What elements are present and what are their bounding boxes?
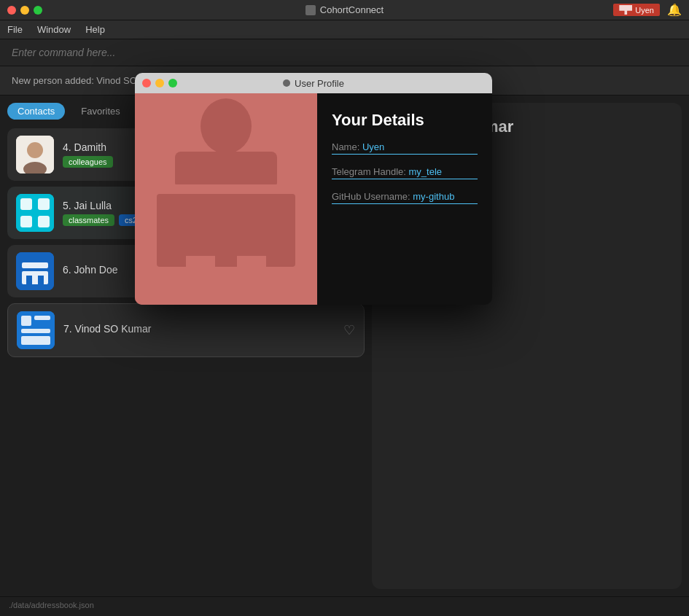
svg-rect-14 bbox=[21, 316, 31, 326]
window-title: CohortConnect bbox=[305, 4, 384, 15]
title-bar: CohortConnect Uyen 🔔 bbox=[0, 0, 689, 20]
modal-telegram-value: Telegram Handle: my_tele bbox=[332, 166, 478, 179]
menu-file[interactable]: File bbox=[7, 24, 23, 35]
svg-rect-20 bbox=[175, 152, 277, 184]
maximize-button[interactable] bbox=[34, 6, 42, 15]
modal-name-label: Name: bbox=[332, 141, 359, 152]
modal-title-bar: User Profile bbox=[135, 73, 492, 93]
svg-rect-15 bbox=[34, 316, 50, 320]
svg-rect-11 bbox=[26, 276, 32, 284]
svg-rect-17 bbox=[21, 336, 50, 345]
modal-details-area: Your Details Name: Uyen Telegram Handle:… bbox=[317, 93, 492, 305]
modal-window-controls[interactable] bbox=[142, 79, 177, 87]
user-badge[interactable]: Uyen bbox=[613, 4, 660, 16]
title-bar-right: Uyen 🔔 bbox=[613, 3, 682, 17]
close-button[interactable] bbox=[7, 6, 16, 15]
user-badge-icon bbox=[619, 5, 632, 15]
bottom-bar: ./data/addressbook.json bbox=[0, 596, 689, 612]
modal-name-val: Uyen bbox=[362, 141, 384, 152]
menu-help[interactable]: Help bbox=[85, 24, 105, 35]
modal-avatar-top bbox=[135, 93, 317, 188]
window-controls[interactable] bbox=[7, 6, 42, 15]
app-title-text: CohortConnect bbox=[320, 4, 384, 15]
svg-rect-16 bbox=[21, 329, 50, 333]
command-bar[interactable] bbox=[0, 39, 689, 66]
svg-point-1 bbox=[27, 142, 43, 158]
svg-rect-23 bbox=[186, 256, 215, 289]
modal-field-telegram: Telegram Handle: my_tele bbox=[332, 166, 478, 179]
modal-github-val: my-github bbox=[413, 191, 454, 202]
tab-contacts[interactable]: Contacts bbox=[7, 103, 65, 120]
svg-rect-9 bbox=[22, 262, 48, 268]
tab-favorites[interactable]: Favorites bbox=[71, 103, 130, 120]
menu-window[interactable]: Window bbox=[37, 24, 71, 35]
modal-title-icon bbox=[283, 79, 290, 87]
modal-image-area bbox=[135, 93, 317, 305]
minimize-button[interactable] bbox=[20, 6, 29, 15]
modal-telegram-val: my_tele bbox=[409, 166, 443, 177]
modal-close-button[interactable] bbox=[142, 79, 151, 87]
modal-body: Your Details Name: Uyen Telegram Handle:… bbox=[135, 93, 492, 305]
modal-avatar-bottom bbox=[135, 188, 317, 305]
tag-classmates: classmates bbox=[63, 214, 114, 226]
notification-bell-icon[interactable]: 🔔 bbox=[667, 3, 682, 17]
svg-rect-5 bbox=[38, 198, 50, 210]
svg-rect-12 bbox=[38, 276, 44, 284]
file-path: ./data/addressbook.json bbox=[9, 601, 94, 609]
command-input[interactable] bbox=[12, 39, 677, 66]
favorite-button-vinod[interactable]: ♡ bbox=[343, 322, 355, 338]
modal-title: User Profile bbox=[283, 78, 344, 89]
user-name: Uyen bbox=[635, 6, 654, 15]
svg-point-19 bbox=[201, 98, 252, 154]
modal-telegram-label: Telegram Handle: bbox=[332, 166, 406, 177]
modal-github-label: GitHub Username: bbox=[332, 191, 410, 202]
modal-heading: Your Details bbox=[332, 111, 478, 130]
user-profile-modal[interactable]: User Profile bbox=[135, 73, 492, 305]
modal-maximize-button[interactable] bbox=[168, 79, 177, 87]
modal-name-value: Name: Uyen bbox=[332, 141, 478, 155]
app-icon bbox=[305, 5, 316, 15]
modal-field-github: GitHub Username: my-github bbox=[332, 191, 478, 204]
modal-minimize-button[interactable] bbox=[155, 79, 164, 87]
tag-colleagues: colleagues bbox=[63, 156, 113, 168]
svg-rect-4 bbox=[20, 198, 32, 210]
svg-rect-22 bbox=[157, 194, 295, 267]
contact-item-vinod[interactable]: 7. Vinod SO Kumar ♡ bbox=[7, 303, 365, 357]
avatar-john bbox=[16, 252, 54, 290]
svg-rect-6 bbox=[20, 216, 32, 227]
avatar-damith bbox=[16, 136, 54, 174]
contact-name-vinod: 7. Vinod SO Kumar bbox=[63, 323, 355, 335]
svg-rect-24 bbox=[237, 256, 266, 289]
modal-title-text: User Profile bbox=[295, 78, 344, 89]
svg-rect-10 bbox=[22, 271, 48, 284]
menu-bar: File Window Help bbox=[0, 20, 689, 39]
contact-info-vinod: 7. Vinod SO Kumar bbox=[63, 323, 355, 338]
avatar-jai bbox=[16, 194, 54, 232]
modal-github-value: GitHub Username: my-github bbox=[332, 191, 478, 204]
svg-rect-7 bbox=[38, 216, 50, 227]
modal-field-name: Name: Uyen bbox=[332, 141, 478, 155]
avatar-vinod bbox=[17, 311, 55, 349]
